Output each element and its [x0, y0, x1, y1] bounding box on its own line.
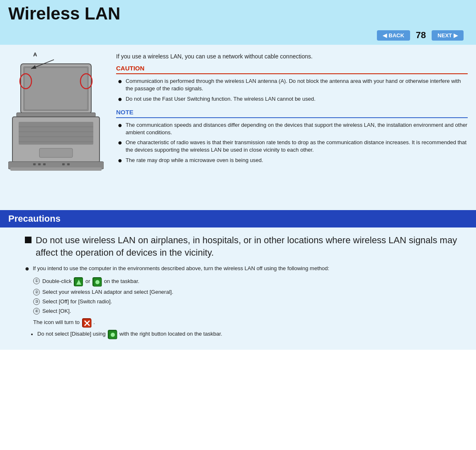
- intro-text-block: If you use a wireless LAN, you can use a…: [116, 51, 468, 198]
- precaution-main: Do not use wireless LAN on airplanes, in…: [25, 234, 468, 259]
- bullet-dot: ●: [118, 120, 122, 131]
- bullet-dot: ●: [118, 76, 122, 87]
- note-item-1-text: The communication speeds and distances d…: [126, 121, 468, 136]
- caution-list: ● Communication is performed through the…: [116, 77, 468, 104]
- intro-section: A: [8, 51, 468, 198]
- step-num-4: ④: [33, 308, 40, 315]
- page-title: Wireless LAN: [8, 4, 468, 27]
- svg-rect-16: [38, 163, 41, 165]
- step-text-1: Double-click or on the taskbar.: [42, 277, 139, 286]
- step-num-1: ①: [33, 278, 40, 284]
- bullet-dot: ●: [118, 138, 122, 148]
- note-block: NOTE ● The communication speeds and dist…: [116, 109, 468, 166]
- caution-item-1-text: Communication is performed through the w…: [126, 77, 468, 92]
- back-arrow-icon: ◀: [383, 32, 387, 39]
- back-button[interactable]: ◀ BACK: [377, 30, 410, 41]
- precaution-main-text: Do not use wireless LAN on airplanes, in…: [36, 234, 468, 259]
- laptop-svg: [8, 56, 104, 197]
- svg-rect-7: [19, 122, 93, 145]
- note-item-2: ● One characteristic of radio waves is t…: [118, 139, 468, 154]
- step-item-4: ④ Select [OK].: [33, 307, 468, 315]
- step-item-1: ① Double-click or on the taskbar.: [33, 277, 468, 286]
- precaution-sub-text: If you intend to use the computer in the…: [33, 265, 329, 272]
- sub-bullet-icon: ●: [25, 264, 29, 274]
- page-number: 78: [416, 30, 426, 41]
- note-item-3: ● The rate may drop while a microwave ov…: [118, 157, 468, 166]
- next-button[interactable]: NEXT ▶: [432, 30, 464, 41]
- svg-rect-5: [17, 113, 95, 117]
- step-num-3: ③: [33, 298, 40, 305]
- main-content: A: [0, 45, 476, 210]
- note-item-2-text: One characteristic of radio waves is tha…: [126, 139, 468, 154]
- steps-list: ① Double-click or on the taskbar. ② Sele…: [25, 277, 468, 315]
- svg-point-25: [95, 280, 100, 284]
- caution-divider: [116, 73, 468, 74]
- caution-item-2: ● Do not use the Fast User Switching fun…: [118, 95, 468, 104]
- precautions-section-header: Precautions: [0, 210, 476, 227]
- precaution-sub-item: ● If you intend to use the computer in t…: [25, 265, 468, 274]
- svg-rect-12: [39, 148, 73, 157]
- svg-point-30: [111, 333, 115, 337]
- caution-title: CAUTION: [116, 65, 468, 72]
- sub-sub-item-1: Do not select [Disable] using with the r…: [37, 330, 468, 339]
- svg-rect-19: [67, 163, 70, 165]
- nav-bar: ◀ BACK 78 NEXT ▶: [8, 27, 468, 45]
- note-title: NOTE: [116, 109, 468, 116]
- caution-item-2-text: Do not use the Fast User Switching funct…: [126, 95, 316, 103]
- note-divider: [116, 117, 468, 118]
- page-header: Wireless LAN ◀ BACK 78 NEXT ▶: [0, 0, 476, 45]
- note-item-3-text: The rate may drop while a microwave oven…: [126, 157, 263, 164]
- svg-rect-14: [10, 167, 102, 171]
- note-list: ● The communication speeds and distances…: [116, 121, 468, 166]
- step-text-4: Select [OK].: [42, 307, 71, 315]
- laptop-label-a: A: [33, 51, 37, 58]
- step-text-2: Select your wireless LAN adaptor and sel…: [42, 288, 173, 296]
- intro-line: If you use a wireless LAN, you can use a…: [116, 53, 468, 60]
- precautions-title: Precautions: [8, 213, 61, 224]
- step-text-3: Select [Off] for [Switch radio].: [42, 298, 112, 305]
- caution-block: CAUTION ● Communication is performed thr…: [116, 65, 468, 104]
- turn-to-line: The icon will turn to .: [33, 318, 468, 327]
- precaution-sub: ● If you intend to use the computer in t…: [25, 265, 468, 339]
- bullet-dot: ●: [118, 155, 122, 166]
- svg-rect-15: [33, 163, 36, 165]
- next-arrow-icon: ▶: [454, 32, 458, 39]
- step-num-2: ②: [33, 289, 40, 295]
- step-item-2: ② Select your wireless LAN adaptor and s…: [33, 288, 468, 296]
- svg-rect-17: [43, 163, 46, 165]
- precaution-square-icon: [25, 237, 32, 243]
- step-item-3: ③ Select [Off] for [Switch radio].: [33, 298, 468, 305]
- note-item-1: ● The communication speeds and distances…: [118, 121, 468, 136]
- sub-sub-list: Do not select [Disable] using with the r…: [37, 330, 468, 339]
- svg-rect-18: [62, 163, 65, 165]
- svg-rect-2: [25, 68, 87, 109]
- laptop-image-container: A: [8, 51, 108, 198]
- precautions-content: Do not use wireless LAN on airplanes, in…: [0, 227, 476, 350]
- caution-item-1: ● Communication is performed through the…: [118, 77, 468, 92]
- bullet-dot: ●: [118, 94, 122, 104]
